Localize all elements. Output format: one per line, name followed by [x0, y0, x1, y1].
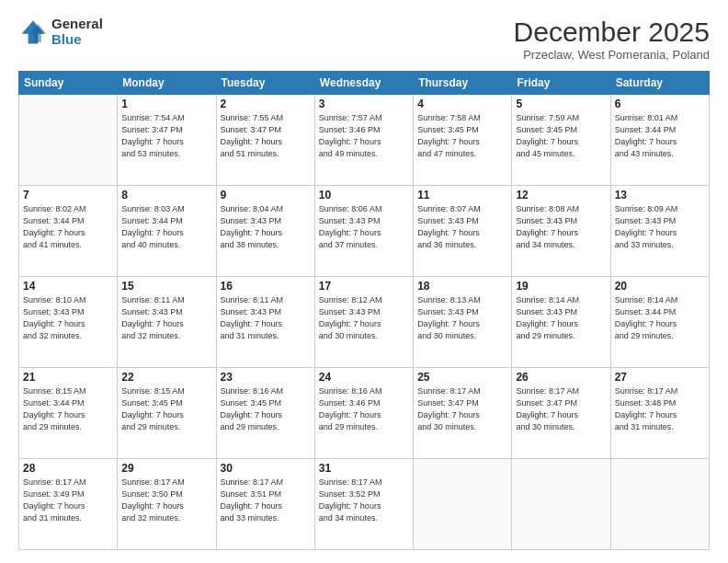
logo: General Blue: [18, 17, 103, 47]
day-info: Sunrise: 7:55 AMSunset: 3:47 PMDaylight:…: [221, 112, 311, 160]
title-block: December 2025 Przeclaw, West Pomerania, …: [514, 17, 710, 62]
week-row-4: 21Sunrise: 8:15 AMSunset: 3:44 PMDayligh…: [19, 368, 710, 459]
col-thursday: Thursday: [414, 72, 512, 95]
cell-w1-d3: 2Sunrise: 7:55 AMSunset: 3:47 PMDaylight…: [216, 95, 314, 186]
cell-w4-d5: 25Sunrise: 8:17 AMSunset: 3:47 PMDayligh…: [414, 368, 512, 459]
day-info: Sunrise: 8:17 AMSunset: 3:49 PMDaylight:…: [23, 477, 113, 524]
day-info: Sunrise: 7:54 AMSunset: 3:47 PMDaylight:…: [121, 112, 211, 160]
cell-w4-d3: 23Sunrise: 8:16 AMSunset: 3:45 PMDayligh…: [216, 368, 314, 459]
day-number: 29: [121, 462, 211, 475]
day-number: 6: [615, 98, 705, 110]
cell-w3-d1: 14Sunrise: 8:10 AMSunset: 3:43 PMDayligh…: [19, 277, 118, 368]
col-monday: Monday: [118, 72, 216, 95]
day-info: Sunrise: 8:15 AMSunset: 3:45 PMDaylight:…: [121, 385, 211, 433]
day-info: Sunrise: 8:12 AMSunset: 3:43 PMDaylight:…: [319, 294, 409, 342]
day-info: Sunrise: 8:09 AMSunset: 3:43 PMDaylight:…: [615, 203, 705, 251]
day-info: Sunrise: 8:02 AMSunset: 3:44 PMDaylight:…: [23, 203, 113, 251]
logo-general-label: General: [51, 17, 103, 32]
day-info: Sunrise: 8:01 AMSunset: 3:44 PMDaylight:…: [615, 112, 705, 160]
day-info: Sunrise: 8:08 AMSunset: 3:43 PMDaylight:…: [516, 203, 606, 251]
week-row-3: 14Sunrise: 8:10 AMSunset: 3:43 PMDayligh…: [19, 277, 710, 368]
cell-w3-d3: 16Sunrise: 8:11 AMSunset: 3:43 PMDayligh…: [216, 277, 314, 368]
cell-w2-d3: 9Sunrise: 8:04 AMSunset: 3:43 PMDaylight…: [216, 186, 314, 277]
day-number: 30: [221, 462, 311, 475]
page: General Blue December 2025 Przeclaw, Wes…: [0, 0, 728, 563]
cell-w5-d2: 29Sunrise: 8:17 AMSunset: 3:50 PMDayligh…: [118, 459, 216, 550]
col-sunday: Sunday: [19, 72, 118, 95]
col-wednesday: Wednesday: [314, 72, 413, 95]
cell-w4-d1: 21Sunrise: 8:15 AMSunset: 3:44 PMDayligh…: [19, 368, 118, 459]
day-number: 18: [417, 280, 507, 293]
day-info: Sunrise: 8:03 AMSunset: 3:44 PMDaylight:…: [121, 203, 211, 251]
day-info: Sunrise: 8:16 AMSunset: 3:46 PMDaylight:…: [319, 385, 409, 433]
day-info: Sunrise: 8:11 AMSunset: 3:43 PMDaylight:…: [221, 294, 311, 342]
week-row-1: 1Sunrise: 7:54 AMSunset: 3:47 PMDaylight…: [19, 95, 710, 186]
logo-text: General Blue: [51, 17, 103, 47]
day-number: 5: [516, 98, 606, 110]
day-number: 1: [121, 98, 211, 110]
day-info: Sunrise: 8:17 AMSunset: 3:50 PMDaylight:…: [121, 477, 211, 524]
cell-w3-d6: 19Sunrise: 8:14 AMSunset: 3:43 PMDayligh…: [512, 277, 610, 368]
cell-w5-d7: [610, 459, 709, 550]
col-saturday: Saturday: [610, 72, 709, 95]
day-number: 16: [221, 280, 311, 293]
day-number: 27: [615, 371, 705, 384]
day-info: Sunrise: 8:14 AMSunset: 3:44 PMDaylight:…: [615, 294, 705, 342]
day-number: 13: [615, 189, 705, 201]
cell-w2-d5: 11Sunrise: 8:07 AMSunset: 3:43 PMDayligh…: [414, 186, 512, 277]
day-number: 25: [417, 371, 507, 384]
cell-w5-d1: 28Sunrise: 8:17 AMSunset: 3:49 PMDayligh…: [19, 459, 118, 550]
day-info: Sunrise: 8:06 AMSunset: 3:43 PMDaylight:…: [319, 203, 409, 251]
cell-w1-d2: 1Sunrise: 7:54 AMSunset: 3:47 PMDaylight…: [118, 95, 216, 186]
day-info: Sunrise: 8:13 AMSunset: 3:43 PMDaylight:…: [417, 294, 507, 342]
cell-w1-d5: 4Sunrise: 7:58 AMSunset: 3:45 PMDaylight…: [414, 95, 512, 186]
day-number: 31: [319, 462, 409, 475]
day-info: Sunrise: 8:10 AMSunset: 3:43 PMDaylight:…: [23, 294, 113, 342]
day-number: 9: [221, 189, 311, 201]
calendar-table: Sunday Monday Tuesday Wednesday Thursday…: [18, 71, 710, 550]
day-number: 8: [121, 189, 211, 201]
day-number: 22: [121, 371, 211, 384]
day-number: 14: [23, 280, 113, 293]
cell-w4-d7: 27Sunrise: 8:17 AMSunset: 3:48 PMDayligh…: [610, 368, 709, 459]
day-number: 2: [221, 98, 311, 110]
cell-w5-d5: [414, 459, 512, 550]
day-info: Sunrise: 8:11 AMSunset: 3:43 PMDaylight:…: [121, 294, 211, 342]
day-number: 11: [417, 189, 507, 201]
day-number: 19: [516, 280, 606, 293]
day-info: Sunrise: 8:15 AMSunset: 3:44 PMDaylight:…: [23, 385, 113, 433]
day-number: 21: [23, 371, 113, 384]
cell-w4-d6: 26Sunrise: 8:17 AMSunset: 3:47 PMDayligh…: [512, 368, 610, 459]
month-title: December 2025: [514, 17, 710, 48]
day-number: 10: [319, 189, 409, 201]
col-friday: Friday: [512, 72, 610, 95]
cell-w4-d2: 22Sunrise: 8:15 AMSunset: 3:45 PMDayligh…: [118, 368, 216, 459]
cell-w1-d1: [19, 95, 118, 186]
cell-w3-d5: 18Sunrise: 8:13 AMSunset: 3:43 PMDayligh…: [414, 277, 512, 368]
logo-blue-label: Blue: [51, 32, 103, 48]
day-number: 17: [319, 280, 409, 293]
day-info: Sunrise: 8:17 AMSunset: 3:51 PMDaylight:…: [221, 477, 311, 524]
day-number: 28: [23, 462, 113, 475]
week-row-2: 7Sunrise: 8:02 AMSunset: 3:44 PMDaylight…: [19, 186, 710, 277]
cell-w1-d4: 3Sunrise: 7:57 AMSunset: 3:46 PMDaylight…: [314, 95, 413, 186]
day-number: 3: [319, 98, 409, 110]
day-info: Sunrise: 8:14 AMSunset: 3:43 PMDaylight:…: [516, 294, 606, 342]
day-number: 15: [121, 280, 211, 293]
col-tuesday: Tuesday: [216, 72, 314, 95]
day-number: 4: [417, 98, 507, 110]
cell-w3-d4: 17Sunrise: 8:12 AMSunset: 3:43 PMDayligh…: [314, 277, 413, 368]
day-number: 23: [221, 371, 311, 384]
day-info: Sunrise: 7:58 AMSunset: 3:45 PMDaylight:…: [417, 112, 507, 160]
cell-w3-d7: 20Sunrise: 8:14 AMSunset: 3:44 PMDayligh…: [610, 277, 709, 368]
location: Przeclaw, West Pomerania, Poland: [514, 48, 710, 62]
day-number: 20: [615, 280, 705, 293]
day-number: 26: [516, 371, 606, 384]
day-info: Sunrise: 8:04 AMSunset: 3:43 PMDaylight:…: [221, 203, 311, 251]
cell-w2-d4: 10Sunrise: 8:06 AMSunset: 3:43 PMDayligh…: [314, 186, 413, 277]
calendar-header-row: Sunday Monday Tuesday Wednesday Thursday…: [19, 72, 710, 95]
logo-icon: [18, 17, 48, 47]
day-info: Sunrise: 8:17 AMSunset: 3:48 PMDaylight:…: [615, 385, 705, 433]
cell-w4-d4: 24Sunrise: 8:16 AMSunset: 3:46 PMDayligh…: [314, 368, 413, 459]
header: General Blue December 2025 Przeclaw, Wes…: [18, 17, 710, 62]
